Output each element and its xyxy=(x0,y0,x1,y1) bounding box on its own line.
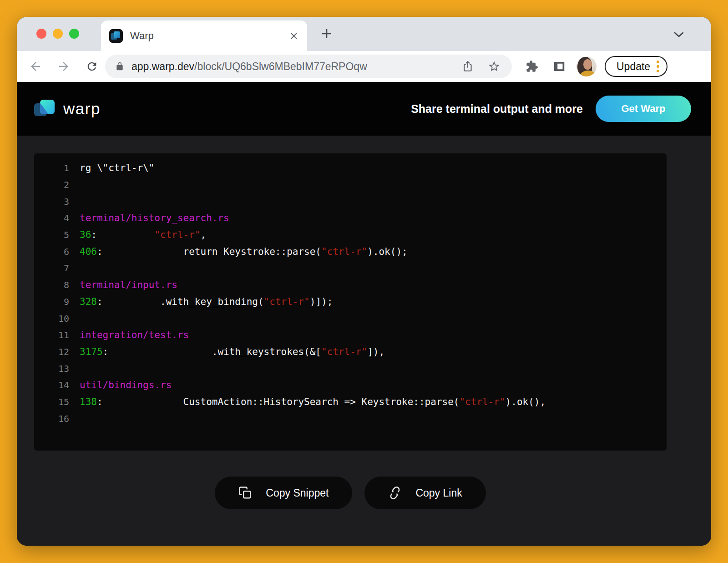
action-buttons: Copy Snippet Copy Link xyxy=(34,477,667,509)
side-panel-icon[interactable] xyxy=(550,57,568,76)
copy-link-button[interactable]: Copy Link xyxy=(364,477,485,509)
browser-toolbar: app.warp.dev/block/UQ6bSlw6MBebIM77eRPOq… xyxy=(17,51,711,82)
line-number: 9 xyxy=(34,296,69,307)
browser-window: Warp app.warp.dev/block/UQ6bSlw6MBebIM77… xyxy=(17,17,711,546)
warp-logo-icon xyxy=(34,99,56,118)
line-number: 3 xyxy=(34,196,69,207)
tab-search-chevron-icon[interactable] xyxy=(673,29,685,41)
reload-button[interactable] xyxy=(83,58,101,75)
warp-logo[interactable]: warp xyxy=(34,99,101,118)
terminal-line: 15138: CustomAction::HistorySearch => Ke… xyxy=(34,394,667,411)
url-bar[interactable]: app.warp.dev/block/UQ6bSlw6MBebIM77eRPOq… xyxy=(105,55,512,78)
line-number: 10 xyxy=(34,313,69,324)
line-content: terminal/input.rs xyxy=(80,279,177,290)
terminal-line: 7 xyxy=(34,260,667,277)
warp-favicon-icon xyxy=(109,29,123,43)
terminal-line: 16 xyxy=(34,410,667,427)
line-number: 2 xyxy=(34,179,69,190)
line-number: 12 xyxy=(34,346,69,357)
line-number: 8 xyxy=(34,279,69,290)
maximize-window-button[interactable] xyxy=(69,29,79,39)
terminal-line: 3 xyxy=(34,193,667,210)
warp-logo-text: warp xyxy=(63,100,101,118)
lock-icon xyxy=(115,61,124,72)
line-number: 15 xyxy=(34,396,69,407)
line-content: rg \"ctrl-r\" xyxy=(80,162,154,173)
terminal-line: 4terminal/history_search.rs xyxy=(34,210,667,227)
terminal-line: 1rg \"ctrl-r\" xyxy=(34,160,667,177)
terminal-line: 123175: .with_keystrokes(&["ctrl-r"]), xyxy=(34,344,667,360)
share-icon[interactable] xyxy=(460,59,475,74)
line-number: 5 xyxy=(34,229,69,240)
back-button[interactable] xyxy=(27,58,44,75)
update-button-label: Update xyxy=(617,61,650,73)
page-tagline: Share terminal output and more xyxy=(411,102,583,116)
minimize-window-button[interactable] xyxy=(53,29,63,39)
terminal-line: 2 xyxy=(34,177,667,193)
link-icon xyxy=(385,483,404,502)
copy-icon xyxy=(238,486,252,500)
terminal-line: 13 xyxy=(34,360,667,377)
terminal-code: 1rg \"ctrl-r\"234terminal/history_search… xyxy=(34,153,667,451)
terminal-line: 11integration/test.rs xyxy=(34,327,667,344)
line-content: util/bindings.rs xyxy=(80,380,172,391)
tab-close-icon[interactable] xyxy=(288,30,300,42)
line-content: 328: .with_key_binding("ctrl-r")]); xyxy=(80,296,333,307)
warp-share-page: warp Share terminal output and more Get … xyxy=(17,82,711,546)
update-button[interactable]: Update xyxy=(605,56,667,77)
line-number: 1 xyxy=(34,162,69,173)
line-number: 11 xyxy=(34,330,69,340)
bookmark-star-icon[interactable] xyxy=(486,59,502,74)
copy-link-label: Copy Link xyxy=(415,487,462,499)
line-number: 4 xyxy=(34,213,69,223)
line-number: 7 xyxy=(34,263,69,274)
extensions-puzzle-icon[interactable] xyxy=(523,57,541,76)
profile-avatar[interactable] xyxy=(576,56,597,76)
copy-snippet-label: Copy Snippet xyxy=(266,487,329,499)
browser-tab[interactable]: Warp xyxy=(101,20,307,51)
terminal-line: 8terminal/input.rs xyxy=(34,277,667,294)
tab-title: Warp xyxy=(130,30,154,42)
line-content: integration/test.rs xyxy=(80,330,189,340)
copy-snippet-button[interactable]: Copy Snippet xyxy=(215,477,352,509)
line-content: 3175: .with_keystrokes(&["ctrl-r"]), xyxy=(80,346,384,357)
forward-button[interactable] xyxy=(55,58,72,75)
line-number: 6 xyxy=(34,246,69,257)
line-number: 16 xyxy=(34,413,69,424)
line-content: 36: "ctrl-r", xyxy=(80,229,206,240)
line-content: terminal/history_search.rs xyxy=(80,213,229,223)
tab-strip: Warp xyxy=(17,17,711,51)
url-domain: app.warp.dev xyxy=(131,61,194,73)
browser-menu-dots-icon[interactable] xyxy=(657,61,659,72)
get-warp-button[interactable]: Get Warp xyxy=(596,96,691,122)
line-number: 13 xyxy=(34,363,69,374)
new-tab-button[interactable] xyxy=(318,25,335,42)
terminal-line: 9328: .with_key_binding("ctrl-r")]); xyxy=(34,294,667,310)
page-header: warp Share terminal output and more Get … xyxy=(17,82,711,136)
terminal-line: 536: "ctrl-r", xyxy=(34,227,667,243)
line-number: 14 xyxy=(34,380,69,391)
close-window-button[interactable] xyxy=(36,29,46,39)
url-path: /block/UQ6bSlw6MBebIM77eRPOqw xyxy=(194,61,367,73)
terminal-line: 10 xyxy=(34,310,667,327)
line-content: 406: return Keystroke::parse("ctrl-r").o… xyxy=(80,246,408,257)
line-content: 138: CustomAction::HistorySearch => Keys… xyxy=(80,396,546,407)
terminal-line: 14util/bindings.rs xyxy=(34,377,667,394)
terminal-line: 6406: return Keystroke::parse("ctrl-r").… xyxy=(34,243,667,260)
